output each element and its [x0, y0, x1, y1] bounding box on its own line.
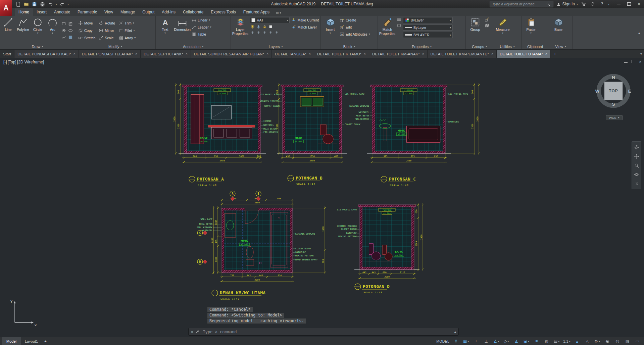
zoom-icon[interactable]	[633, 161, 640, 170]
open-file-icon[interactable]	[23, 1, 29, 7]
file-tab-close-icon[interactable]: ×	[135, 52, 137, 56]
new-tab-button[interactable]: +	[551, 50, 559, 58]
layer-isolate-icon[interactable]	[250, 30, 255, 35]
transparency-icon[interactable]: ▨	[542, 338, 551, 345]
file-tab-overflow-icon[interactable]: ▾	[640, 50, 642, 58]
fillet-button[interactable]: Fillet▾	[118, 28, 136, 33]
file-tab-close-icon[interactable]: ×	[309, 52, 311, 56]
file-tab-detail-toilet-km-anak[interactable]: DETAIL TOILET KM-ANAK*×	[369, 50, 428, 58]
measure-button[interactable]: Measure▾	[495, 17, 510, 44]
grid-display-icon[interactable]: #	[451, 338, 460, 345]
file-tab-close-icon[interactable]: ×	[422, 52, 424, 56]
file-tab-close-icon[interactable]: ×	[491, 52, 493, 56]
layer-freeze-new-icon[interactable]	[262, 30, 267, 35]
modify-panel-footer[interactable]: Modify▾	[75, 44, 155, 49]
file-tab-start[interactable]: Start	[0, 50, 14, 58]
file-tab-detail-toilet-utama[interactable]: DETAIL TOILET UTAMA*×	[497, 50, 551, 58]
annotation-scale-button[interactable]: 1:1▾	[562, 338, 572, 345]
snap-mode-icon[interactable]: ▦▾	[461, 338, 470, 345]
file-tab-close-icon[interactable]: ×	[186, 52, 188, 56]
model-space-button[interactable]: MODEL	[435, 338, 450, 345]
ribbon-display-toggle[interactable]: ▭▾	[276, 11, 281, 14]
command-close-icon[interactable]: ×	[191, 330, 193, 334]
graphics-performance-icon[interactable]: ▧	[623, 338, 632, 345]
table-button[interactable]: Table	[192, 31, 211, 37]
viewcube-west[interactable]: W	[595, 89, 600, 94]
ribbon-tab-view[interactable]: View	[101, 8, 117, 16]
file-tab-close-icon[interactable]: ×	[545, 52, 547, 56]
polar-tracking-icon[interactable]: ∠▾	[492, 338, 501, 345]
block-panel-footer[interactable]: Block▾	[321, 44, 378, 49]
file-tab-close-icon[interactable]: ×	[266, 52, 268, 56]
file-tab-detail-toilet-k-tamu[interactable]: DETAIL TOILET K.TAMU*×	[314, 50, 369, 58]
hatch-icon[interactable]	[67, 21, 73, 27]
file-tab-detail-tangga[interactable]: DETAIL TANGGA*×	[272, 50, 314, 58]
rectangle-icon[interactable]	[61, 21, 66, 27]
help-icon[interactable]: ?	[599, 1, 605, 7]
maximize-button[interactable]	[624, 0, 634, 8]
ungroup-icon[interactable]	[485, 23, 489, 28]
command-input[interactable]	[202, 329, 452, 335]
orbit-icon[interactable]	[633, 170, 640, 179]
array-button[interactable]: Array▾	[118, 35, 136, 41]
notifications-icon[interactable]	[590, 1, 596, 7]
match-properties-button[interactable]: Match Properties	[380, 17, 395, 44]
layer-dropdown-arrow-icon[interactable]: ▾	[287, 19, 288, 22]
ortho-mode-icon[interactable]: ⊥	[482, 338, 491, 345]
viewcube-south[interactable]: S	[612, 102, 615, 107]
create-button[interactable]: Create	[340, 17, 370, 23]
ribbon-tab-collaborate[interactable]: Collaborate	[179, 8, 207, 16]
sign-in-button[interactable]: Sign In ▾	[556, 2, 578, 6]
viewport-view-control[interactable]: [Top]	[8, 60, 16, 64]
property-dropdown-2[interactable]: BYLAYER▾	[403, 32, 453, 38]
make-current-button[interactable]: Make Current	[291, 17, 319, 23]
text-button[interactable]: AText▾	[157, 17, 173, 44]
copy-button[interactable]: Copy	[78, 28, 95, 33]
layer-lock-icon[interactable]	[262, 24, 267, 29]
viewcube-east[interactable]: E	[628, 89, 631, 94]
object-snap-icon[interactable]: ▣▾	[522, 338, 531, 345]
file-tab-detail-pondasi-telapak[interactable]: DETAIL PONDASI TELAPAK*×	[79, 50, 141, 58]
group-edit-icon[interactable]	[485, 17, 489, 22]
model-space-canvas[interactable]: PLAFOND+2.800KM/WC+0.000CERMINWASTAFELME…	[0, 58, 644, 337]
ribbon-tab-add-ins[interactable]: Add-ins	[158, 8, 179, 16]
stretch-button[interactable]: Stretch	[78, 35, 95, 41]
move-button[interactable]: Move	[78, 20, 95, 26]
ribbon-tab-manage[interactable]: Manage	[117, 8, 139, 16]
selection-cycling-icon[interactable]: ▤▾	[552, 338, 561, 345]
search-icon[interactable]	[545, 1, 551, 7]
clipboard-panel-footer[interactable]: Clipboard	[522, 44, 549, 49]
command-line[interactable]: × ▴	[188, 328, 459, 336]
arc-button[interactable]: Arc▾	[46, 17, 59, 44]
linear-button[interactable]: Linear▾	[192, 17, 211, 23]
edit-button[interactable]: Edit	[340, 24, 370, 30]
rotate-button[interactable]: Rotate	[99, 20, 115, 26]
gradient-icon[interactable]	[67, 34, 73, 40]
ribbon-tab-insert[interactable]: Insert	[33, 8, 50, 16]
polyline-button[interactable]: Polyline	[16, 17, 30, 44]
redo-arrow-icon[interactable]: ▾	[67, 3, 69, 6]
layer-unisolate-icon[interactable]	[256, 30, 261, 35]
lineweight-icon[interactable]: ≡	[532, 338, 541, 345]
file-tab-detail-septictank[interactable]: DETAIL SEPTICTANK*×	[141, 50, 191, 58]
new-layout-button[interactable]: +	[42, 339, 49, 343]
mirror-button[interactable]: Mirror	[99, 28, 115, 33]
wcs-dropdown[interactable]: WCS ▾	[606, 115, 622, 120]
ribbon-tab-featured-apps[interactable]: Featured Apps	[240, 8, 273, 16]
redo-icon[interactable]	[59, 1, 65, 7]
file-tab-close-icon[interactable]: ×	[73, 52, 76, 56]
layer-freeze-icon[interactable]	[256, 24, 261, 29]
model-tab[interactable]: Model	[2, 337, 21, 345]
ribbon-tab-parametric[interactable]: Parametric	[74, 8, 101, 16]
annotation-monitor-icon[interactable]: ◉	[603, 338, 612, 345]
app-store-icon[interactable]	[581, 1, 587, 7]
layer-dropdown[interactable]: HAT▾	[250, 17, 290, 23]
utilities-panel-footer[interactable]: Utilities▾	[493, 44, 521, 49]
undo-arrow-icon[interactable]: ▾	[56, 3, 57, 6]
groups-panel-footer[interactable]: Groups▾	[466, 44, 493, 49]
paste-button[interactable]: Paste▾	[523, 17, 539, 44]
dynamic-input-icon[interactable]: +	[472, 338, 481, 345]
save-file-icon[interactable]	[32, 1, 37, 7]
command-customize-icon[interactable]	[195, 330, 200, 334]
base-button[interactable]: Base	[551, 17, 566, 44]
